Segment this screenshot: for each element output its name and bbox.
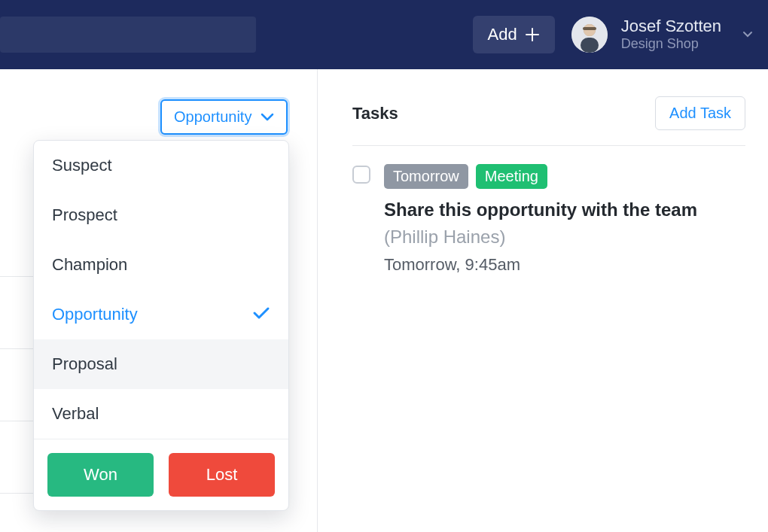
top-navbar: Add Josef Szotten Design Shop (0, 0, 768, 69)
stage-option-label: Proposal (52, 354, 117, 374)
stage-option-label: Prospect (52, 205, 117, 225)
left-pane: Opportunity SuspectProspectChampionOppor… (0, 69, 318, 532)
task-body: Tomorrow Meeting Share this opportunity … (384, 164, 745, 275)
task-assignee: (Phillip Haines) (384, 226, 505, 247)
task-title-line[interactable]: Share this opportunity with the team (Ph… (384, 196, 745, 251)
add-task-button[interactable]: Add Task (655, 96, 745, 130)
right-pane: Tasks Add Task Tomorrow Meeting Share th… (318, 69, 768, 532)
won-button[interactable]: Won (47, 453, 154, 497)
add-button[interactable]: Add (473, 16, 555, 53)
lost-button[interactable]: Lost (169, 453, 275, 497)
tasks-heading: Tasks (352, 104, 398, 123)
user-company: Design Shop (621, 36, 721, 53)
task-row: Tomorrow Meeting Share this opportunity … (352, 146, 745, 275)
svg-rect-2 (581, 38, 599, 53)
stage-option-proposal[interactable]: Proposal (34, 339, 288, 389)
task-type-badge: Meeting (476, 164, 547, 189)
search-input[interactable] (0, 17, 256, 53)
user-avatar[interactable] (571, 17, 608, 53)
task-time-badge: Tomorrow (384, 164, 468, 189)
task-badges: Tomorrow Meeting (384, 164, 745, 189)
stage-trigger-label: Opportunity (174, 108, 251, 126)
stage-option-label: Verbal (52, 404, 99, 424)
stage-option-champion[interactable]: Champion (34, 240, 288, 290)
plus-icon (525, 27, 540, 42)
stage-option-prospect[interactable]: Prospect (34, 190, 288, 240)
stage-option-label: Champion (52, 255, 127, 275)
left-rule-lines (0, 276, 34, 532)
user-name: Josef Szotten (621, 17, 721, 36)
user-menu[interactable]: Josef Szotten Design Shop (621, 17, 721, 53)
stage-option-label: Opportunity (52, 305, 138, 324)
stage-option-opportunity[interactable]: Opportunity (34, 290, 288, 339)
task-timestamp: Tomorrow, 9:45am (384, 255, 745, 275)
stage-option-verbal[interactable]: Verbal (34, 389, 288, 439)
content-area: Opportunity SuspectProspectChampionOppor… (0, 69, 768, 532)
task-title: Share this opportunity with the team (384, 199, 697, 220)
tasks-header: Tasks Add Task (352, 96, 745, 146)
check-icon (252, 305, 270, 324)
stage-select-trigger[interactable]: Opportunity (160, 99, 288, 135)
stage-dropdown: SuspectProspectChampionOpportunityPropos… (33, 140, 289, 511)
stage-dropdown-footer: Won Lost (34, 439, 288, 510)
chevron-down-icon (261, 113, 274, 122)
stage-option-suspect[interactable]: Suspect (34, 141, 288, 190)
stage-option-label: Suspect (52, 156, 112, 175)
task-checkbox[interactable] (352, 166, 370, 184)
caret-down-icon[interactable] (742, 28, 753, 41)
add-button-label: Add (488, 25, 517, 44)
svg-rect-4 (583, 27, 596, 30)
